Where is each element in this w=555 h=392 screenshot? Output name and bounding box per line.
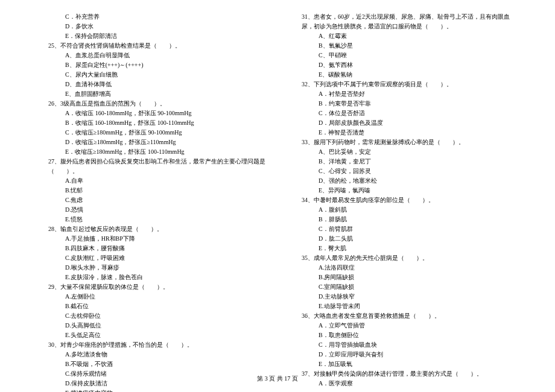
option-line: E.挤净痤疮内容物 (65, 388, 265, 392)
option-line: E.动脉导管未闭 (319, 302, 519, 311)
option-line: A．收缩压 160-180mmHg，舒张压 90-100mmHg (65, 109, 265, 118)
option-line: A．腹斜肌 (319, 205, 519, 215)
option-line: B、尿蛋白定性(+++)～(++++) (65, 60, 265, 70)
option-line: A、血浆总蛋白明显降低 (65, 51, 265, 60)
option-line: B．腓肠肌 (319, 215, 519, 224)
option-line: B．约束带是否牢靠 (319, 99, 519, 109)
option-line: E．保持会阴部清洁 (65, 31, 265, 41)
question-line: 34、中暑时最易发生肌肉痉挛的部位是（ ）。 (302, 195, 519, 205)
option-line: C．前臂肌群 (319, 224, 519, 234)
question-line: 25、不符合肾炎性肾病辅助检查结果是（ ）。 (48, 41, 265, 51)
option-line: C.皮肤潮红，呼吸困难 (65, 253, 265, 263)
option-line: C.焦虑 (65, 195, 265, 205)
option-line: E、异丙嗪，氯丙嗪 (319, 186, 519, 195)
page-columns: C．补充营养D．多饮水E．保持会阴部清洁25、不符合肾炎性肾病辅助检查结果是（ … (36, 12, 519, 392)
right-column: 31、患者女，60岁，近2天出现尿频、尿急、尿痛、耻骨弓上不适，且有肉眼血尿，初… (290, 12, 519, 392)
option-line: A．衬垫是否垫好 (319, 89, 519, 99)
option-line: B．收缩压 160-180mmHg，舒张压 100-110mmHg (65, 118, 265, 128)
option-line: D.头高脚低位 (65, 321, 265, 330)
option-line: C、甲硝唑 (319, 51, 519, 60)
option-line: D．肱二头肌 (319, 234, 519, 244)
question-line: 27、腹外疝患者因担心疝块反复突出影响工作和生活，最常产生的主要心理问题是（ ）… (48, 157, 265, 176)
page-footer: 第 3 页 共 17 页 (0, 375, 555, 383)
option-line: B.不吸烟，不饮酒 (65, 359, 265, 369)
option-line: B.四肢麻木，腰背酸痛 (65, 244, 265, 253)
option-line: A.左侧卧位 (65, 292, 265, 302)
question-line: 26、3级高血压是指血压的范围为（ ）。 (48, 99, 265, 109)
option-line: A.手足抽搐，HR和BP下降 (65, 234, 265, 244)
option-line: D.恐惧 (65, 205, 265, 215)
option-line: D、血清补体降低 (65, 80, 265, 89)
option-line: B.忧郁 (65, 186, 265, 195)
option-line: D、氨苄西林 (319, 60, 519, 70)
option-line: E、碳酸氢钠 (319, 70, 519, 80)
option-line: C．体位是否舒适 (319, 109, 519, 118)
option-line: C.室间隔缺损 (319, 282, 519, 292)
option-line: C、尿内大量白细胞 (65, 70, 265, 80)
option-line: B.房间隔缺损 (319, 273, 519, 282)
option-line: C．用导管插抽吸血块 (319, 340, 519, 350)
option-line: C、心得安，回苏灵 (319, 166, 519, 176)
question-line: 36、大咯血患者发生窒息首要抢救措施是（ ）。 (302, 311, 519, 321)
question-line: 35、成年人最常见的先天性心脏病是（ ）。 (302, 253, 519, 263)
option-line: E．加压吸氧 (319, 359, 519, 369)
option-line: D.喉头水肿，荨麻疹 (65, 263, 265, 273)
option-line: E．臀大肌 (319, 244, 519, 253)
question-line: 33、服用下列药物时，需常规测量脉搏或心率的是（ ）。 (302, 138, 519, 147)
question-line: 31、患者女，60岁，近2天出现尿频、尿急、尿痛、耻骨弓上不适，且有肉眼血尿，初… (302, 12, 519, 31)
option-line: E.头低足高位 (65, 330, 265, 340)
option-line: E．收缩压≥180mmHg，舒张压 100-110mmHg (65, 147, 265, 157)
option-line: A.法洛四联症 (319, 263, 519, 273)
left-column: C．补充营养D．多饮水E．保持会阴部清洁25、不符合肾炎性肾病辅助检查结果是（ … (36, 12, 265, 392)
option-line: D．立即应用呼吸兴奋剂 (319, 350, 519, 359)
option-line: B．取患侧卧位 (319, 330, 519, 340)
question-line: 28、输血引起过敏反应的表现是（ ）。 (48, 224, 265, 234)
option-line: B、洋地黄，奎尼丁 (319, 157, 519, 166)
option-line: C．收缩压≥180mmHg，舒张压 90-100mmHg (65, 128, 265, 138)
option-line: C．补充营养 (65, 12, 265, 22)
option-line: A．立即气管插管 (319, 321, 519, 330)
option-line: A、巴比妥钠，安定 (319, 147, 519, 157)
option-line: D．局部皮肤颜色及温度 (319, 118, 519, 128)
option-line: D、强的松，地塞米松 (319, 176, 519, 186)
option-line: E．神智是否清楚 (319, 128, 519, 138)
option-line: A、红霉素 (319, 31, 519, 41)
question-line: 30、对青少年痤疮的护理措施，不恰当的是（ ）。 (48, 340, 265, 350)
question-line: 29、大量不保留灌肠应取的体位是（ ）。 (48, 282, 265, 292)
option-line: E.皮肤湿冷，脉速，脸色苍白 (65, 273, 265, 282)
option-line: B、氧氟沙星 (319, 41, 519, 51)
option-line: E、血胆固醇增高 (65, 89, 265, 99)
option-line: A.自卑 (65, 176, 265, 186)
option-line: D.主动脉狭窄 (319, 292, 519, 302)
option-line: A.多吃清淡食物 (65, 350, 265, 359)
option-line: D．多饮水 (65, 22, 265, 31)
option-line: D．收缩压≥180mmHg，舒张压≥110mmHg (65, 138, 265, 147)
option-line: E.愤怒 (65, 215, 265, 224)
option-line: C.去枕仰卧位 (65, 311, 265, 321)
option-line: B.截石位 (65, 302, 265, 311)
question-line: 32、下列选项中不属于约束带应观察的项目是（ ）。 (302, 80, 519, 89)
